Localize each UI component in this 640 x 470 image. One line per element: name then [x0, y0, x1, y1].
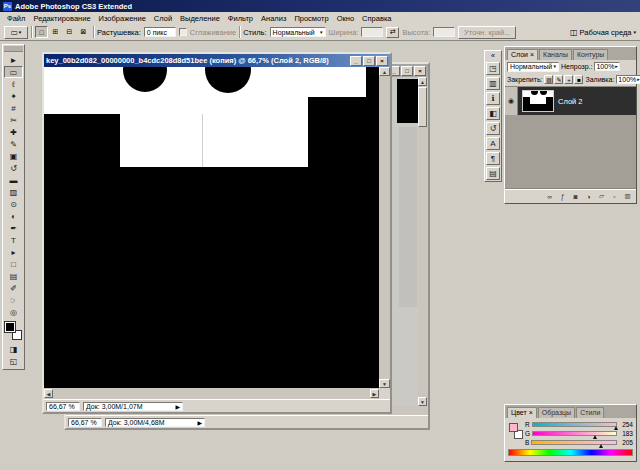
tab-color[interactable]: Цвет × [507, 407, 537, 418]
quick-selection-tool[interactable]: ✦ [4, 90, 23, 102]
red-slider[interactable] [532, 422, 617, 427]
scroll-down-icon[interactable]: ▼ [379, 379, 390, 388]
feather-input[interactable]: 0 пикс [144, 27, 176, 37]
color-panel-icon[interactable]: ◧ [486, 107, 500, 120]
horizontal-scrollbar[interactable]: ◀ ▶ [44, 388, 379, 399]
menu-item[interactable]: Окно [333, 14, 358, 23]
menu-item[interactable]: Фильтр [224, 14, 257, 23]
workspace-button[interactable]: ◫ Рабочая среда ▾ [570, 28, 636, 37]
lock-transparency-icon[interactable]: ▨ [544, 75, 553, 84]
tool-preset-picker[interactable]: ▭ ▾ [4, 26, 28, 39]
back-zoom-field[interactable]: 66,67 % [68, 418, 102, 427]
opacity-field[interactable]: 100% ▸ [594, 62, 619, 71]
close-button[interactable]: × [414, 66, 426, 76]
style-select[interactable]: Нормальный ▾ [270, 27, 326, 37]
history-brush-tool[interactable]: ↺ [4, 162, 23, 174]
layer-row[interactable]: ◉ Слой 2 [505, 87, 636, 115]
character-panel-icon[interactable]: А [486, 137, 500, 150]
tab-paths[interactable]: Контуры [573, 49, 608, 60]
lock-pixels-icon[interactable]: ✎ [554, 75, 563, 84]
scroll-up-icon[interactable]: ▲ [379, 67, 390, 76]
screen-mode-button[interactable]: ◱ [4, 355, 23, 367]
scroll-left-icon[interactable]: ◀ [44, 389, 53, 398]
type-tool[interactable]: T [4, 234, 23, 246]
status-menu-icon[interactable]: ▶ [197, 419, 202, 426]
eyedropper-tool[interactable]: ✐ [4, 282, 23, 294]
tab-layers[interactable]: Слои × [507, 49, 538, 60]
foreground-color-swatch[interactable] [5, 322, 15, 332]
blue-value[interactable]: 205 [619, 439, 633, 446]
green-value[interactable]: 183 [619, 430, 633, 437]
width-input[interactable] [361, 27, 383, 37]
color-spectrum-bar[interactable] [508, 449, 633, 456]
brush-tool[interactable]: ✎ [4, 138, 23, 150]
tab-swatches[interactable]: Образцы [538, 407, 575, 418]
zoom-tool[interactable]: ◎ [4, 306, 23, 318]
close-button[interactable]: × [376, 56, 388, 66]
lasso-tool[interactable]: ℓ [4, 78, 23, 90]
minimize-button[interactable]: _ [350, 56, 362, 66]
layer-mask-icon[interactable]: ◙ [570, 191, 581, 201]
status-menu-icon[interactable]: ▶ [175, 403, 180, 410]
menu-item[interactable]: Просмотр [290, 14, 332, 23]
path-selection-tool[interactable]: ▸ [4, 246, 23, 258]
blue-slider-handle[interactable] [599, 444, 603, 448]
blue-slider[interactable] [531, 440, 617, 445]
delete-layer-icon[interactable]: ▥ [622, 191, 633, 201]
green-slider[interactable] [532, 431, 617, 436]
layer-style-icon[interactable]: ƒ [557, 191, 568, 201]
layer-visibility-toggle[interactable]: ◉ [505, 87, 518, 115]
green-slider-handle[interactable] [593, 435, 597, 439]
vertical-scrollbar[interactable]: ▲ ▼ [379, 67, 390, 388]
dodge-tool[interactable]: ◐ [4, 210, 23, 222]
pen-tool[interactable]: ✒ [4, 222, 23, 234]
new-layer-icon[interactable]: ▫ [609, 191, 620, 201]
crop-tool[interactable]: # [4, 102, 23, 114]
menu-item[interactable]: Изображение [95, 14, 150, 23]
notes-tool[interactable]: ▤ [4, 270, 23, 282]
subtract-selection-icon[interactable]: ⊟ [63, 26, 76, 38]
move-tool[interactable]: ► [4, 54, 23, 66]
layer-name[interactable]: Слой 2 [558, 97, 583, 106]
zoom-field[interactable]: 66,67 % [46, 402, 80, 411]
lock-position-icon[interactable]: + [564, 75, 573, 84]
paragraph-panel-icon[interactable]: ¶ [486, 152, 500, 165]
blend-mode-select[interactable]: Нормальный ▾ [507, 62, 559, 72]
eraser-tool[interactable]: ▬ [4, 174, 23, 186]
swap-dimensions-button[interactable]: ⇄ [386, 27, 399, 38]
tab-styles[interactable]: Стили [576, 407, 604, 418]
menu-item[interactable]: Выделение [176, 14, 224, 23]
scroll-thumb[interactable] [418, 87, 427, 127]
slice-tool[interactable]: ✂ [4, 114, 23, 126]
tab-channels[interactable]: Каналы [539, 49, 572, 60]
intersect-selection-icon[interactable]: ⊠ [77, 26, 90, 38]
expand-dock-icon[interactable]: « [491, 52, 495, 60]
adjustment-layer-icon[interactable]: ◑ [583, 191, 594, 201]
rect-marquee-tool[interactable]: ▭ [4, 66, 23, 78]
menu-item[interactable]: Редактирование [29, 14, 94, 23]
menu-item[interactable]: Справка [358, 14, 395, 23]
scroll-up-icon[interactable]: ▲ [418, 77, 427, 86]
shape-tool[interactable]: □ [4, 258, 23, 270]
layer-comps-panel-icon[interactable]: ▤ [486, 167, 500, 180]
menu-item[interactable]: Файл [3, 14, 29, 23]
quick-mask-button[interactable]: ◨ [4, 343, 23, 355]
gradient-tool[interactable]: ▨ [4, 186, 23, 198]
height-input[interactable] [433, 27, 455, 37]
foreground-color-swatch[interactable] [509, 423, 518, 432]
navigator-panel-icon[interactable]: ◳ [486, 62, 500, 75]
blur-tool[interactable]: ⊙ [4, 198, 23, 210]
restore-button[interactable]: □ [363, 56, 375, 66]
new-selection-icon[interactable]: □ [35, 26, 48, 38]
layer-thumbnail[interactable] [522, 90, 554, 112]
lock-all-icon[interactable]: ■ [574, 75, 583, 84]
layer-group-icon[interactable]: ▱ [596, 191, 607, 201]
fill-field[interactable]: 100% ▸ [616, 75, 640, 84]
menu-item[interactable]: Слой [150, 14, 176, 23]
red-value[interactable]: 254 [619, 421, 633, 428]
hand-tool[interactable]: ☞ [4, 294, 23, 306]
info-panel-icon[interactable]: ℹ [486, 92, 500, 105]
antialias-checkbox[interactable] [179, 28, 187, 36]
history-panel-icon[interactable]: ↺ [486, 122, 500, 135]
healing-brush-tool[interactable]: ✚ [4, 126, 23, 138]
